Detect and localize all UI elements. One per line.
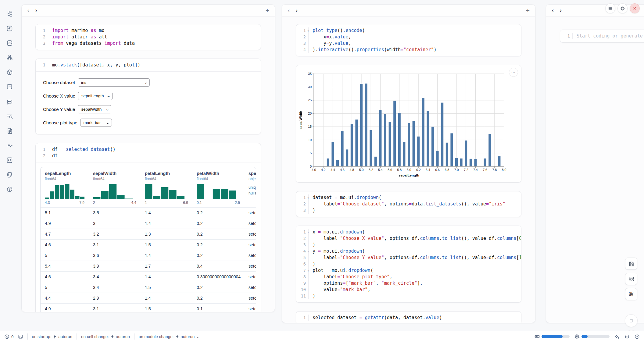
empty-cell[interactable]: 1 Start coding or generate with AI (560, 30, 644, 43)
file-tree-button[interactable] (4, 9, 15, 19)
column-header[interactable]: petalWidth float64 0.12.5 (192, 167, 244, 207)
imports-cell[interactable]: 1import marimo as mo2import altair as al… (35, 24, 261, 50)
code-editor[interactable]: 1selected_dataset = getattr(data, datase… (296, 312, 521, 323)
code-editor[interactable]: 1∨dataset = mo.ui.dropdown(2 label="Choo… (296, 191, 521, 217)
scroll-right-button[interactable]: › (35, 8, 43, 13)
column-histogram (93, 184, 133, 199)
table-cell: 3.4 (89, 272, 141, 282)
stop-button[interactable] (625, 314, 638, 327)
dropdown-select[interactable]: iris ⌄ (78, 78, 150, 87)
tracing-pulse-icon (6, 142, 13, 149)
tracing-pulse-button[interactable] (4, 140, 15, 151)
code-editor[interactable]: 1∨plot_type().encode(2 x=x.value,3 y=y.v… (296, 24, 521, 56)
on-module-change-setting[interactable]: on module change: autorun⌄ (139, 334, 199, 339)
column-header[interactable]: speci objecuniqunulls: (244, 167, 256, 207)
chart-options-button[interactable]: ⋯ (509, 68, 518, 77)
scroll-right-button[interactable]: › (560, 8, 567, 13)
xy-plot-dropdowns-cell[interactable]: 1∨x = mo.ui.dropdown(2 label="Choose X v… (296, 226, 521, 303)
dataframe-cell[interactable]: 1df = selected_dataset()2dfsepalLength f… (35, 143, 261, 312)
on-cell-change-setting[interactable]: on cell change: autorun (81, 334, 130, 339)
code-editor[interactable]: 1df = selected_dataset()2df (36, 143, 261, 162)
code-line: selected_dataset = getattr(data, dataset… (308, 315, 442, 321)
column-header[interactable]: petalLength float64 16.9 (141, 167, 192, 207)
close-button[interactable] (630, 3, 640, 13)
copilot-button[interactable] (624, 334, 630, 339)
column-header[interactable]: sepalLength float64 4.37.9 (41, 167, 89, 207)
table-cell: setos (244, 208, 256, 218)
scratchpad-button[interactable] (4, 169, 15, 180)
dropdown-label: Choose X value (43, 93, 75, 98)
line-number: 1 (36, 146, 48, 153)
table-row: 5.43.91.70.4setos (41, 261, 256, 271)
dropdown-select[interactable]: mark_bar ⌄ (80, 119, 112, 127)
code-editor[interactable]: 1∨x = mo.ui.dropdown(2 label="Choose X v… (296, 226, 521, 302)
save-button[interactable] (625, 258, 637, 270)
table-cell: 1.4 (141, 218, 192, 229)
on-startup-setting[interactable]: on startup: autorun (32, 334, 73, 339)
help-question-button[interactable] (4, 184, 15, 194)
fold-chevron-icon[interactable]: ∨ (307, 229, 309, 236)
column-type: float64 (45, 177, 84, 181)
column-range: 0.12.5 (197, 201, 240, 205)
table-cell: 0.1 (192, 304, 244, 312)
dropdown-select[interactable]: sepalLength ⌄ (78, 92, 113, 100)
sparkles-icon (614, 334, 620, 339)
error-count-badge[interactable]: 0 (4, 334, 14, 339)
code-brackets-button[interactable] (4, 155, 15, 165)
add-cell-button[interactable]: + (526, 7, 530, 14)
column-meta: uniqunulls: (249, 185, 252, 197)
left-icon-rail (0, 0, 19, 329)
fold-chevron-icon[interactable]: ∨ (307, 248, 309, 255)
line-number: 10 (296, 287, 308, 293)
column-histogram (197, 184, 236, 199)
vstack-cell[interactable]: 1mo.vstack([dataset, x, y, plot])Choose … (35, 59, 261, 134)
generate-link[interactable]: generate (621, 33, 643, 39)
dropdown-select[interactable]: sepalWidth ⌄ (78, 105, 111, 113)
scroll-right-button[interactable]: › (295, 8, 303, 13)
command-icon: ⌘ (628, 291, 634, 297)
dataset-dropdown-cell[interactable]: 1∨dataset = mo.ui.dropdown(2 label="Choo… (296, 191, 521, 217)
bar-chart: 051015202530354.04.24.44.64.85.05.25.45.… (298, 69, 519, 179)
add-cell-button[interactable]: + (266, 7, 269, 14)
altair-chart-output[interactable]: 051015202530354.04.24.44.64.85.05.25.45.… (296, 65, 521, 183)
connection-status-button[interactable] (635, 334, 640, 339)
table-cell: setos (244, 282, 256, 293)
terminal-button[interactable] (18, 334, 23, 339)
chat-bot-button[interactable] (4, 96, 15, 107)
column-header[interactable]: sepalWidth float64 24.4 (89, 167, 141, 207)
fold-chevron-icon[interactable]: ∨ (307, 268, 309, 274)
cpu-icon (574, 334, 580, 339)
ai-assist-button[interactable] (614, 334, 620, 339)
line-number: 1∨ (296, 229, 308, 235)
database-button[interactable] (4, 38, 15, 48)
settings-button[interactable] (617, 3, 628, 13)
plot-encode-cell[interactable]: 1∨plot_type().encode(2 x=x.value,3 y=y.v… (296, 24, 521, 56)
scroll-left-button[interactable]: ‹ (27, 8, 35, 13)
scroll-left-button[interactable]: ‹ (552, 8, 560, 13)
logs-search-button[interactable] (4, 111, 15, 121)
code-editor[interactable]: 1import marimo as mo2import altair as al… (36, 24, 261, 50)
table-cell: setos (244, 229, 256, 239)
setting-label: on module change: (139, 334, 174, 339)
snippets-doc-button[interactable] (4, 126, 15, 136)
window-controls (605, 3, 640, 13)
fold-chevron-icon[interactable]: ∨ (307, 195, 309, 201)
fold-chevron-icon[interactable]: ∨ (307, 28, 309, 34)
svg-text:8.0: 8.0 (502, 168, 506, 172)
package-cube-button[interactable] (4, 67, 15, 77)
table-cell: setos (244, 293, 256, 303)
code-editor[interactable]: 1mo.vstack([dataset, x, y, plot]) (36, 59, 261, 71)
function-f-button[interactable] (4, 23, 15, 34)
menu-button[interactable] (605, 3, 615, 13)
dependency-graph-button[interactable] (4, 52, 15, 63)
layout-toggle-button[interactable] (625, 273, 637, 285)
selected-dataset-cell[interactable]: 1selected_dataset = getattr(data, datase… (296, 311, 521, 323)
table-cell: 1.5 (141, 282, 192, 293)
scroll-button[interactable] (4, 82, 15, 92)
scroll-left-button[interactable]: ‹ (288, 8, 295, 13)
dropdown-row: Choose X value sepalLength ⌄ (43, 92, 253, 100)
svg-text:4.2: 4.2 (321, 168, 326, 172)
keyboard-shortcuts-button[interactable]: ⌘ (625, 288, 637, 300)
code-placeholder[interactable]: Start coding or generate with AI (572, 33, 644, 39)
svg-text:5.4: 5.4 (378, 168, 383, 172)
